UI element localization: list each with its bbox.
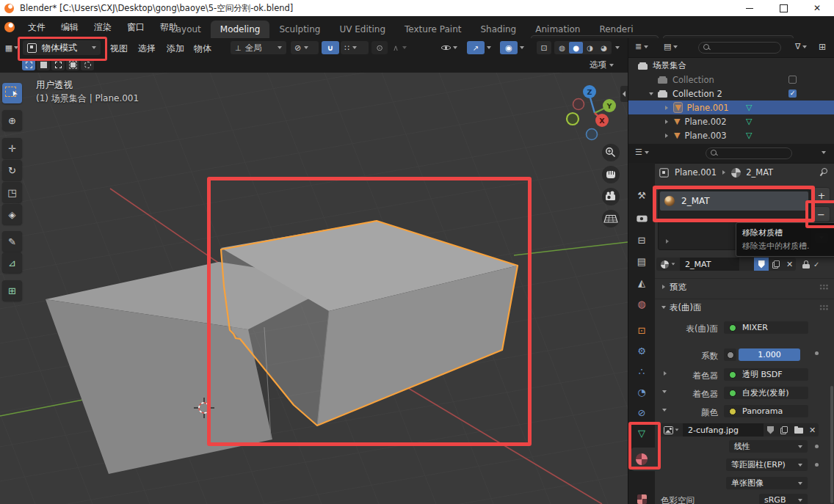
xray-toggle-button[interactable]: ⊡: [537, 41, 551, 54]
new-collection-button[interactable]: ⊞: [819, 42, 826, 52]
link-check-icon[interactable]: ✓: [813, 260, 819, 269]
properties-options-chevron-icon[interactable]: [822, 151, 826, 154]
tool-rotate[interactable]: ↻: [2, 160, 22, 180]
exclude-checkbox[interactable]: ✓: [788, 90, 797, 98]
menu-render[interactable]: 渲染: [91, 21, 115, 34]
shading-rendered-button[interactable]: ◕: [597, 42, 611, 54]
orthographic-toggle-button[interactable]: [602, 210, 620, 227]
tab-texture-paint[interactable]: Texture Paint: [395, 21, 471, 38]
menu-window[interactable]: 窗口: [124, 21, 148, 34]
user-count-button[interactable]: [739, 258, 754, 271]
tool-transform[interactable]: ◈: [2, 204, 22, 224]
unlink-material-button[interactable]: ✕: [783, 258, 796, 271]
menu-object[interactable]: 物体: [194, 43, 211, 55]
menu-file[interactable]: 文件: [25, 21, 48, 34]
browse-image-button[interactable]: [660, 423, 683, 437]
sidebar-collapse-arrow[interactable]: [620, 86, 628, 102]
tool-move[interactable]: ✛: [2, 138, 22, 158]
menu-select[interactable]: 选择: [138, 43, 156, 55]
snap-toggle-button[interactable]: ∪: [322, 41, 339, 54]
shading-wireframe-button[interactable]: ◍: [555, 42, 569, 54]
gizmo-neg-y-ball[interactable]: [567, 113, 579, 125]
properties-search-input[interactable]: [706, 147, 792, 159]
outliner-display-mode-dropdown[interactable]: ≣: [635, 42, 648, 51]
outliner-row-scene-collection[interactable]: 场景集合: [628, 59, 834, 73]
tab-constraints[interactable]: ⊘: [628, 403, 655, 422]
outliner-filter-dropdown[interactable]: ∇: [795, 42, 807, 51]
falloff-dropdown[interactable]: ∧: [389, 41, 418, 54]
panel-preview-header[interactable]: 预览: [655, 278, 834, 295]
panel-drag-dots-icon[interactable]: [819, 304, 829, 311]
gizmo-neg-z-ball[interactable]: [587, 129, 598, 140]
outliner-row-collection[interactable]: Collection: [628, 73, 834, 87]
tab-object-data[interactable]: ▽: [628, 423, 655, 442]
overlays-dropdown-icon[interactable]: [520, 46, 524, 49]
select-mode-lasso-button[interactable]: [66, 59, 79, 70]
camera-view-button[interactable]: [602, 188, 620, 205]
breadcrumb-material[interactable]: 2_MAT: [746, 167, 773, 178]
copy-image-button[interactable]: [777, 423, 791, 437]
pivot-point-dropdown[interactable]: ⊘: [291, 41, 319, 54]
factor-socket-button[interactable]: [724, 348, 736, 361]
scrollbar[interactable]: [830, 386, 833, 503]
expand-chevron-icon[interactable]: [665, 120, 668, 124]
viewport-3d[interactable]: Z Y X: [0, 73, 628, 504]
tab-scene[interactable]: ◭: [628, 273, 655, 292]
outliner-row-plane001[interactable]: ▼ Plane.001 ▽: [628, 101, 834, 114]
editor-type-button[interactable]: ▦: [3, 41, 21, 54]
mode-dropdown[interactable]: 物体模式: [23, 40, 101, 55]
factor-slider[interactable]: 1.000: [739, 348, 800, 361]
lock-icon[interactable]: [802, 260, 810, 269]
close-button[interactable]: ✕: [800, 0, 834, 16]
shading-dropdown-icon[interactable]: [615, 46, 620, 49]
show-overlays-button[interactable]: ◉: [500, 41, 518, 54]
select-mode-extend-button[interactable]: [81, 59, 94, 70]
tab-sculpting[interactable]: Sculpting: [269, 21, 330, 38]
tab-material[interactable]: [628, 450, 655, 469]
breadcrumb-object[interactable]: Plane.001: [675, 167, 717, 178]
outliner-row-plane003[interactable]: ▼ Plane.003 ▽: [628, 128, 834, 142]
tab-object[interactable]: ⊡: [628, 321, 655, 340]
browse-material-button[interactable]: [656, 258, 680, 271]
gizmos-dropdown-icon[interactable]: [487, 46, 491, 49]
tool-cursor[interactable]: ⊕: [2, 110, 22, 131]
tab-texture[interactable]: [628, 489, 655, 504]
image-fake-user-button[interactable]: [764, 423, 777, 437]
show-gizmos-button[interactable]: ↗: [467, 41, 485, 54]
tab-uv-editing[interactable]: UV Editing: [330, 21, 395, 38]
slot-list-expand-icon[interactable]: [666, 239, 669, 244]
tab-render[interactable]: [628, 208, 655, 227]
open-image-button[interactable]: [791, 423, 806, 437]
fake-user-button[interactable]: [754, 258, 769, 271]
tool-annotate[interactable]: ✎: [2, 231, 22, 252]
menu-edit[interactable]: 编辑: [58, 21, 81, 34]
shader1-node-button[interactable]: 透明 BSDF: [724, 368, 808, 381]
pin-id-icon[interactable]: [819, 167, 827, 176]
outliner-filter-type-dropdown[interactable]: ▤: [664, 42, 678, 51]
outliner-row-collection2[interactable]: Collection 2 ✓: [628, 87, 834, 101]
copy-material-button[interactable]: [769, 258, 783, 271]
remove-material-slot-button[interactable]: −: [812, 206, 830, 222]
show-gizmo-visibility-dropdown[interactable]: [438, 41, 465, 54]
blender-app-menu-icon[interactable]: [4, 22, 15, 32]
tab-world[interactable]: ◍: [628, 294, 655, 313]
tool-add-cube[interactable]: ⊞: [2, 280, 22, 301]
animate-dot-icon[interactable]: [815, 351, 819, 355]
select-mode-box-button[interactable]: [37, 59, 50, 70]
surface-node-button[interactable]: MIXER: [724, 321, 808, 334]
animate-dot-icon[interactable]: [815, 463, 819, 467]
shader2-node-button[interactable]: 自发光(发射): [724, 387, 808, 399]
properties-editor-type-dropdown[interactable]: ☰: [635, 147, 649, 157]
source-dropdown[interactable]: 单张图像: [726, 477, 808, 489]
gizmo-neg-x-ball[interactable]: [573, 99, 584, 110]
pan-button[interactable]: [602, 166, 620, 183]
snap-with-dropdown[interactable]: ∷: [341, 41, 369, 54]
panel-surface-header[interactable]: 表(曲)面: [655, 299, 834, 315]
outliner-search-input[interactable]: [698, 42, 781, 54]
zoom-button[interactable]: [602, 144, 620, 161]
minimize-button[interactable]: [733, 0, 766, 16]
color-node-button[interactable]: Panorama: [724, 405, 808, 417]
select-mode-tweak-button[interactable]: [22, 59, 35, 70]
animate-dot-icon[interactable]: [815, 445, 819, 448]
tab-tool[interactable]: ⚒: [628, 186, 655, 205]
